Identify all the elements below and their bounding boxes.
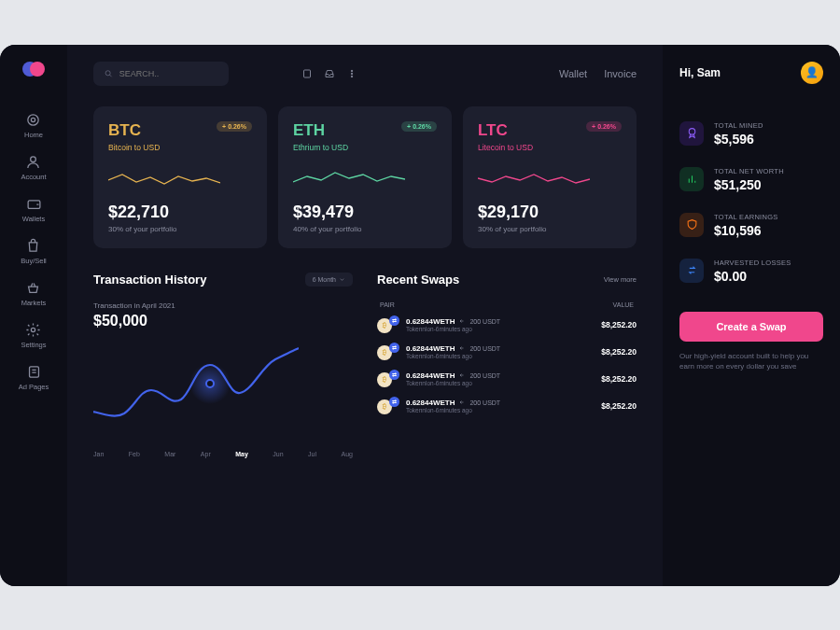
sparkline-icon [293, 163, 405, 188]
sidebar-item-wallets[interactable]: Wallets [22, 196, 45, 223]
swap-pair-icons: ₿⇄ [377, 343, 399, 361]
nav-label: Home [24, 131, 43, 139]
swap-table-header: PAIR VALUE [377, 301, 637, 308]
ticker: BTC [108, 121, 141, 140]
transaction-value: $50,000 [93, 313, 353, 329]
nav-label: Markets [21, 299, 47, 307]
arrow-icon [458, 399, 466, 405]
swap-row[interactable]: ₿⇄ 0.62844WETH 200 USDT Tokennlon-6minut… [377, 315, 637, 334]
month-label: Jan [93, 451, 104, 457]
swap-pair: 0.62844WETH 200 USDT [406, 371, 595, 380]
sidebar-item-buysell[interactable]: Buy/Sell [21, 238, 47, 265]
col-pair: PAIR [380, 301, 395, 308]
sidebar: Home Account Wallets Buy/Sell Markets Se… [0, 45, 67, 586]
arrow-icon [458, 372, 466, 378]
card-price: $29,170 [478, 203, 622, 222]
card-eth[interactable]: ETH + 0.26% Ethrium to USD $39,479 40% o… [278, 106, 452, 248]
wallet-link[interactable]: Wallet [559, 68, 587, 79]
top-icons [301, 68, 357, 79]
sidebar-item-markets[interactable]: Markets [21, 280, 47, 307]
transaction-history: Transaction History 6 Month Transaction … [93, 273, 353, 457]
card-ltc[interactable]: LTC + 0.26% Litecoin to USD $29,170 30% … [463, 106, 637, 248]
swaps-title: Recent Swaps [377, 273, 459, 287]
stat-value: $0.00 [714, 269, 823, 284]
more-icon[interactable] [346, 68, 357, 79]
home-icon [25, 112, 41, 128]
swap-row[interactable]: ₿⇄ 0.62844WETH 200 USDT Tokennlon-6minut… [377, 370, 637, 388]
period-dropdown[interactable]: 6 Month [305, 273, 353, 287]
svg-point-13 [689, 129, 695, 135]
change-badge: + 0.26% [586, 121, 622, 132]
stat-earnings: TOTAL EARNINGS$10,596 [679, 213, 823, 238]
create-swap-button[interactable]: Create a Swap [679, 312, 823, 342]
medal-icon [679, 121, 704, 146]
month-label: Feb [129, 451, 140, 457]
month-label: Aug [341, 451, 352, 457]
avatar[interactable]: 👤 [801, 62, 823, 84]
swap-time: Tokennlon-6minutes ago [406, 380, 595, 386]
inbox-icon[interactable] [324, 68, 335, 79]
card-subtitle: Ethrium to USD [293, 143, 437, 152]
card-price: $22,710 [108, 203, 252, 222]
search-input[interactable] [119, 69, 217, 78]
bars-icon [679, 167, 704, 191]
swap-row[interactable]: ₿⇄ 0.62844WETH 200 USDT Tokennlon-6minut… [377, 397, 637, 415]
swap-row[interactable]: ₿⇄ 0.62844WETH 200 USDT Tokennlon-6minut… [377, 343, 637, 361]
sidebar-item-settings[interactable]: Settings [21, 322, 46, 349]
nav-label: Buy/Sell [21, 257, 47, 265]
shield-icon [679, 213, 704, 237]
topbar: Wallet Invoice [93, 62, 637, 86]
card-btc[interactable]: BTC + 0.26% Bitcoin to USD $22,710 30% o… [93, 106, 267, 248]
stat-label: TOTAL EARNINGS [714, 213, 823, 221]
stat-networth: TOTAL NET WORTH$51,250 [679, 167, 823, 192]
search-icon [105, 69, 113, 78]
card-portfolio: 30% of your portfolio [108, 225, 252, 233]
ticker: LTC [478, 121, 508, 140]
nav-label: Ad Pages [19, 383, 49, 391]
sidebar-item-account[interactable]: Account [21, 154, 46, 181]
stat-value: $5,596 [714, 132, 823, 147]
svg-point-1 [32, 118, 35, 121]
month-label: Jun [273, 451, 283, 457]
gear-icon [25, 322, 41, 338]
stat-label: HARVESTED LOSSES [714, 259, 823, 267]
sparkline-icon [108, 163, 220, 188]
svg-point-10 [351, 76, 353, 77]
swap-value: $8,252.20 [601, 320, 637, 329]
svg-point-4 [32, 328, 35, 331]
stat-mined: TOTAL MINED$5,596 [679, 121, 823, 147]
sidebar-item-adpages[interactable]: Ad Pages [19, 364, 49, 391]
card-price: $39,479 [293, 203, 437, 222]
stat-value: $51,250 [714, 177, 823, 192]
month-label: Jul [308, 451, 316, 457]
swap-pair: 0.62844WETH 200 USDT [406, 399, 595, 407]
swap-value: $8,252.20 [601, 347, 637, 357]
col-value: VALUE [613, 301, 634, 308]
search-box[interactable] [93, 62, 229, 86]
svg-rect-5 [29, 366, 38, 376]
history-title: Transaction History [93, 273, 206, 287]
main-content: Wallet Invoice BTC + 0.26% Bitcoin to US… [67, 45, 663, 586]
swap-time: Tokennlon-6minutes ago [406, 326, 595, 332]
note-icon[interactable] [301, 68, 313, 79]
card-subtitle: Litecoin to USD [478, 143, 622, 152]
change-badge: + 0.26% [217, 121, 252, 132]
svg-point-2 [31, 156, 36, 161]
swap-value: $8,252.20 [601, 401, 637, 411]
card-subtitle: Bitcoin to USD [108, 143, 252, 152]
invoice-link[interactable]: Invoice [604, 68, 637, 79]
user-icon [25, 154, 41, 170]
chevron-down-icon [339, 276, 345, 283]
swap-pair-icons: ₿⇄ [377, 370, 399, 388]
swap-pair: 0.62844WETH 200 USDT [406, 344, 595, 353]
right-panel: Hi, Sam 👤 TOTAL MINED$5,596 TOTAL NET WO… [663, 45, 840, 586]
swap-time: Tokennlon-6minutes ago [406, 407, 595, 413]
pages-icon [26, 364, 42, 380]
sidebar-item-home[interactable]: Home [24, 112, 43, 139]
svg-point-6 [105, 70, 110, 75]
swap-value: $8,252.20 [601, 374, 637, 384]
stat-label: TOTAL NET WORTH [714, 167, 823, 175]
history-chart [93, 339, 299, 441]
swap-icon [679, 259, 704, 283]
view-more-link[interactable]: View more [604, 275, 637, 284]
